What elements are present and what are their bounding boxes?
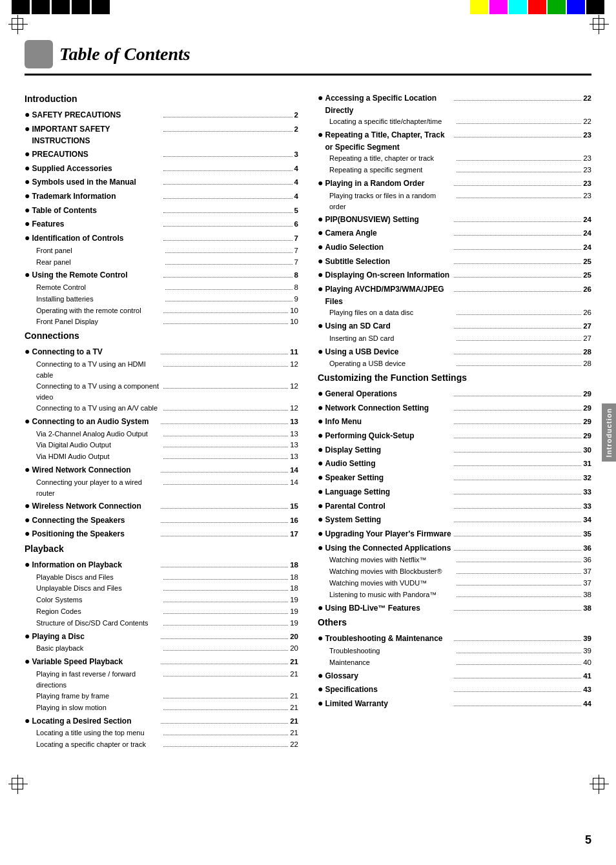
toc-entry: ●Upgrading Your Player's Firmware35: [318, 527, 591, 541]
entry-dots: [454, 235, 581, 236]
toc-entry: Watching movies with Netflix™36: [318, 555, 591, 566]
toc-entry: ●Subtitle Selection25: [318, 254, 591, 269]
reg-marks-bottom: [0, 773, 616, 795]
entry-page-number: 4: [294, 177, 298, 188]
toc-entry: Inserting an SD card27: [318, 333, 591, 345]
toc-entry: ●Audio Selection24: [318, 240, 591, 254]
entry-page-number: 28: [583, 358, 591, 370]
entry-text: Parental Control: [325, 500, 452, 513]
entry-page-number: 11: [290, 347, 298, 358]
entry-dots: [163, 735, 289, 735]
entry-dots: [163, 170, 293, 171]
entry-dots: [163, 212, 293, 213]
toc-entry: ●Connecting to an Audio System13: [25, 414, 298, 429]
entry-page-number: 12: [290, 381, 298, 392]
entry-text: Repeating a specific segment: [329, 165, 455, 176]
entry-dots: [165, 289, 293, 290]
entry-text: Speaker Setting: [325, 472, 452, 484]
toc-entry: ●Repeating a Title, Chapter, Track or Sp…: [318, 128, 591, 153]
entry-dots: [457, 596, 582, 597]
entry-text: Identification of Controls: [32, 232, 161, 245]
entry-text: Playing tracks or files in a random orde…: [329, 190, 455, 212]
bullet-icon: ●: [318, 91, 323, 105]
entry-page-number: 25: [583, 270, 591, 281]
entry-dots: [163, 388, 289, 389]
entry-page-number: 36: [583, 555, 591, 566]
entry-text: Via HDMI Audio Output: [36, 451, 161, 462]
toc-entry: Via Digital Audio Output13: [25, 440, 298, 451]
bullet-icon: ●: [318, 682, 323, 697]
entry-dots: [163, 613, 289, 614]
toc-entry: ●Using an SD Card27: [318, 319, 591, 333]
entry-text: Watching movies with Netflix™: [329, 555, 455, 565]
entry-dots: [457, 365, 582, 366]
entry-text: Playable Discs and Files: [36, 572, 161, 583]
entry-text: Using the Connected Applications: [325, 542, 452, 555]
reg-mark-top-left: [12, 18, 23, 30]
entry-dots: [454, 410, 581, 411]
sidebar-tab: Introduction: [602, 403, 616, 462]
entry-text: Subtitle Selection: [325, 256, 452, 268]
entry-text: Via 2-Channel Analog Audio Output: [36, 429, 161, 440]
toc-entry: Playing files on a data disc26: [318, 307, 591, 319]
bullet-icon: ●: [318, 401, 323, 415]
toc-entry: ●Features6: [25, 217, 298, 231]
toc-entry: ●Limited Warranty44: [318, 697, 591, 711]
toc-entry: ●Wireless Network Connection15: [25, 499, 298, 513]
toc-section: ●Accessing a Specific Location Directly2…: [318, 91, 591, 370]
entry-text: Wired Network Connection: [32, 464, 159, 476]
toc-entry: ●Wired Network Connection14: [25, 463, 298, 477]
toc-entry: ●Table of Contents5: [25, 203, 298, 218]
entry-text: Region Codes: [36, 606, 161, 617]
toc-entry: ●Audio Setting31: [318, 456, 591, 471]
entry-dots: [163, 240, 293, 241]
entry-dots: [454, 494, 581, 494]
entry-page-number: 3: [294, 149, 298, 161]
toc-entry: ●Language Setting33: [318, 485, 591, 499]
entry-dots: [165, 301, 293, 301]
entry-page-number: 13: [290, 451, 298, 463]
black-bar-3: [52, 0, 70, 14]
entry-dots: [163, 709, 289, 710]
black-bar-4: [72, 0, 90, 14]
bullet-icon: ●: [318, 456, 323, 471]
entry-dots: [454, 522, 581, 522]
entry-page-number: 25: [583, 256, 591, 268]
entry-text: Displaying On-screen Information: [325, 269, 452, 281]
entry-page-number: 19: [290, 595, 298, 606]
bullet-icon: ●: [25, 147, 30, 161]
entry-page-number: 8: [294, 282, 298, 294]
toc-entry: Repeating a title, chapter or track23: [318, 153, 591, 165]
section-header: Customizing the Function Settings: [318, 372, 591, 383]
toc-entry: Region Codes19: [25, 606, 298, 618]
bullet-icon: ●: [318, 631, 323, 646]
entry-text: Connecting to a TV using an A/V cable: [36, 403, 161, 414]
toc-entry: ●Connecting to a TV11: [25, 345, 298, 359]
black-bar-1: [12, 0, 30, 14]
entry-text: Connecting to a TV using a component vid…: [36, 381, 161, 403]
entry-text: System Setting: [325, 514, 452, 526]
entry-text: Locating a Desired Section: [32, 715, 159, 728]
entry-text: Playing in slow motion: [36, 702, 161, 713]
bullet-icon: ●: [318, 176, 323, 190]
toc-entry: Locating a title using the top menu21: [25, 728, 298, 739]
entry-dots: [457, 562, 582, 562]
entry-page-number: 29: [583, 403, 591, 414]
entry-text: Symbols used in the Manual: [32, 176, 161, 188]
entry-dots: [163, 131, 293, 132]
toc-entry: ●Glossary41: [318, 669, 591, 683]
bullet-icon: ●: [25, 175, 30, 189]
entry-text: Using BD-Live™ Features: [325, 602, 452, 615]
reg-mark-bottom-right: [593, 778, 604, 789]
bullet-icon: ●: [25, 629, 30, 644]
toc-entry: Listening to music with Pandora™38: [318, 589, 591, 601]
toc-entry: Playing tracks or files in a random orde…: [318, 190, 591, 212]
entry-page-number: 38: [583, 589, 591, 601]
toc-entry: ●Playing a Disc20: [25, 629, 298, 644]
entry-page-number: 2: [294, 124, 298, 136]
entry-dots: [457, 314, 582, 315]
swatch-magenta: [489, 0, 508, 14]
bullet-icon: ●: [318, 471, 323, 485]
entry-page-number: 21: [290, 691, 298, 702]
entry-page-number: 2: [294, 110, 298, 121]
